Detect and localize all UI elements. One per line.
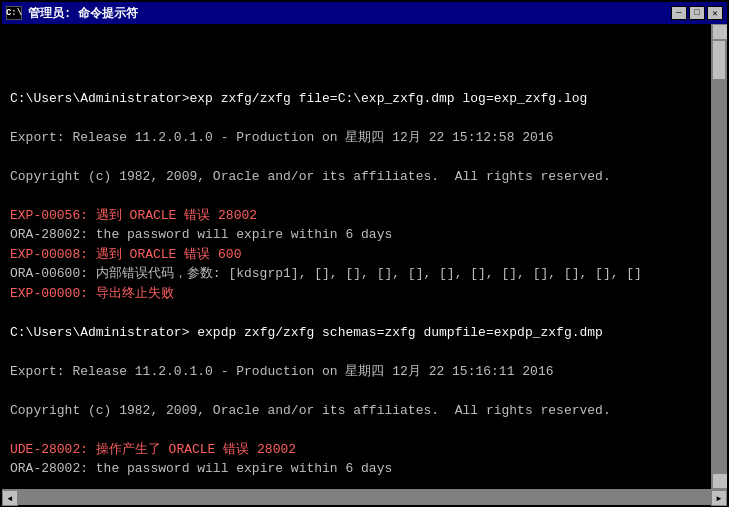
horizontal-scrollbar[interactable]: ◄ ► (2, 489, 727, 505)
cmd-icon: C:\ (6, 6, 22, 20)
vertical-scrollbar[interactable]: ▲ ▼ (711, 24, 727, 489)
scroll-up-button[interactable]: ▲ (712, 24, 727, 40)
console-line: Export: Release 11.2.0.1.0 - Production … (10, 128, 703, 148)
scroll-left-button[interactable]: ◄ (2, 490, 18, 506)
window: C:\ 管理员: 命令提示符 ─ □ ✕ C:\Users\Administra… (0, 0, 729, 507)
console-line: C:\Users\Administrator> expdp zxfg/zxfg … (10, 323, 703, 343)
console-line: Copyright (c) 1982, 2009, Oracle and/or … (10, 167, 703, 187)
window-title: 管理员: 命令提示符 (28, 5, 138, 22)
console-line (10, 108, 703, 128)
console-line: EXP-00056: 遇到 ORACLE 错误 28002 (10, 206, 703, 226)
console-area: C:\Users\Administrator>exp zxfg/zxfg fil… (2, 24, 727, 489)
maximize-button[interactable]: □ (689, 6, 705, 20)
title-bar: C:\ 管理员: 命令提示符 ─ □ ✕ (2, 2, 727, 24)
console-line: Copyright (c) 1982, 2009, Oracle and/or … (10, 401, 703, 421)
scroll-right-button[interactable]: ► (711, 490, 727, 506)
console-line (10, 479, 703, 490)
scroll-h-track[interactable] (18, 490, 711, 505)
console-line: EXP-00000: 导出终止失败 (10, 284, 703, 304)
scroll-track[interactable] (712, 40, 727, 473)
console-line: C:\Users\Administrator>exp zxfg/zxfg fil… (10, 89, 703, 109)
console-line (10, 69, 703, 89)
close-button[interactable]: ✕ (707, 6, 723, 20)
scroll-thumb[interactable] (712, 40, 726, 80)
console-line (10, 342, 703, 362)
console-line: ORA-28002: the password will expire with… (10, 459, 703, 479)
console-line: Export: Release 11.2.0.1.0 - Production … (10, 362, 703, 382)
minimize-button[interactable]: ─ (671, 6, 687, 20)
scroll-down-button[interactable]: ▼ (712, 473, 727, 489)
console-output[interactable]: C:\Users\Administrator>exp zxfg/zxfg fil… (2, 24, 711, 489)
console-line (10, 303, 703, 323)
console-line (10, 381, 703, 401)
title-bar-left: C:\ 管理员: 命令提示符 (6, 5, 138, 22)
console-line (10, 420, 703, 440)
console-line: ORA-00600: 内部错误代码，参数: [kdsgrp1], [], [],… (10, 264, 703, 284)
console-line: ORA-28002: the password will expire with… (10, 225, 703, 245)
console-line: EXP-00008: 遇到 ORACLE 错误 600 (10, 245, 703, 265)
console-line (10, 147, 703, 167)
console-line (10, 186, 703, 206)
console-line: UDE-28002: 操作产生了 ORACLE 错误 28002 (10, 440, 703, 460)
window-controls: ─ □ ✕ (671, 6, 723, 20)
